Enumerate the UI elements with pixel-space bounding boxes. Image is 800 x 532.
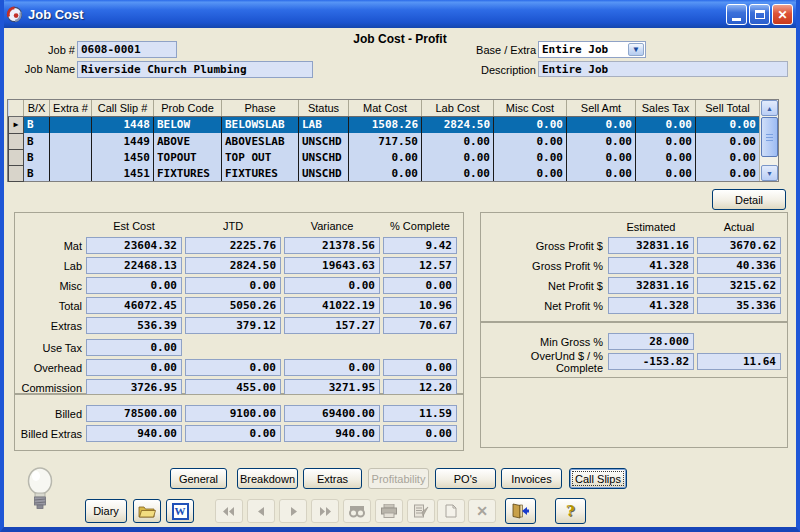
scrollbar-thumb[interactable] (761, 117, 778, 157)
cost-summary-panel: Est Cost JTD Variance % Complete Mat 236… (14, 212, 464, 394)
actual-field: 3215.62 (697, 277, 781, 294)
go-next-icon (290, 507, 297, 516)
table-row[interactable]: B 1450 TOPOUT TOP OUT UNSCHD 0.00 0.00 0… (9, 149, 760, 165)
col-header-sales-tax[interactable]: Sales Tax (636, 100, 696, 116)
cell-sell-amt: 0.00 (567, 165, 636, 181)
variance-header: Variance (284, 220, 380, 232)
maximize-button[interactable] (749, 4, 770, 25)
variance-field: 0.00 (284, 359, 380, 376)
extras-button[interactable]: Extras (303, 468, 362, 489)
cell-lab-cost: 2824.50 (422, 116, 494, 133)
col-header-sell-total[interactable]: Sell Total (696, 100, 760, 116)
job-number-field[interactable]: 0608-0001 (77, 41, 177, 58)
open-folder-button[interactable] (133, 499, 161, 523)
estimated-field: 32831.16 (608, 237, 694, 254)
row-label: Overhead (16, 362, 86, 374)
variance-field: 21378.56 (284, 237, 380, 254)
row-label: Gross Profit % (482, 260, 608, 272)
scroll-up-icon[interactable]: ▲ (761, 100, 778, 116)
minimize-button[interactable] (726, 4, 747, 25)
call-slips-button[interactable]: Call Slips (569, 468, 627, 489)
billed-extras-row: Billed Extras 940.00 0.00 940.00 0.00 (16, 425, 463, 442)
chevron-down-icon[interactable]: ▼ (628, 43, 644, 56)
est-cost-field: 23604.32 (86, 237, 182, 254)
go-last-button (311, 499, 339, 523)
help-button[interactable]: ? (555, 498, 586, 524)
variance-field: 940.00 (284, 425, 380, 442)
row-label: Billed (16, 408, 86, 420)
job-name-field[interactable]: Riverside Church Plumbing (77, 61, 313, 78)
est-cost-header: Est Cost (86, 220, 182, 232)
close-button[interactable]: ✕ (772, 4, 793, 25)
cost-row-use-tax: Use Tax 0.00 (16, 339, 463, 356)
cell-phase: ABOVESLAB (222, 133, 299, 149)
row-selector[interactable]: ▶ (9, 116, 24, 133)
word-document-button[interactable]: W (166, 499, 194, 523)
col-header-status[interactable]: Status (299, 100, 349, 116)
grid-scrollbar[interactable]: ▲ ▼ (759, 100, 778, 181)
cost-row-total: Total 46072.45 5050.26 41022.19 10.96 (16, 297, 463, 314)
est-cost-field: 0.00 (86, 339, 182, 356)
col-header-call-slip[interactable]: Call Slip # (92, 100, 154, 116)
col-header-bx[interactable]: B/X (24, 100, 50, 116)
breakdown-button[interactable]: Breakdown (237, 468, 298, 489)
exit-button[interactable] (505, 498, 536, 524)
est-cost-field: 22468.13 (86, 257, 182, 274)
jtd-field: 9100.00 (185, 405, 281, 422)
row-selector[interactable] (9, 165, 24, 181)
scroll-down-icon[interactable]: ▼ (761, 165, 778, 181)
row-label: Total (16, 300, 86, 312)
pct-complete-field: 0.00 (383, 425, 457, 442)
grid-header-row: B/X Extra # Call Slip # Prob Code Phase … (9, 100, 760, 116)
cell-status: UNSCHD (299, 165, 349, 181)
col-header-lab-cost[interactable]: Lab Cost (422, 100, 494, 116)
delete-record-icon: ✕ (476, 503, 488, 519)
min-gross-row: Min Gross % 28.000 (482, 333, 787, 350)
table-row[interactable]: B 1451 FIXTURES FIXTURES UNSCHD 0.00 0.0… (9, 165, 760, 181)
actual-field: 40.336 (697, 257, 781, 274)
pct-complete-field: 11.59 (383, 405, 457, 422)
cell-bx: B (24, 149, 50, 165)
invoices-button[interactable]: Invoices (501, 468, 562, 489)
detail-button[interactable]: Detail (712, 189, 786, 210)
cell-sales-tax: 0.00 (636, 133, 696, 149)
row-selector[interactable] (9, 133, 24, 149)
variance-field: 19643.63 (284, 257, 380, 274)
col-header-prob-code[interactable]: Prob Code (154, 100, 222, 116)
gross-profit-pct-row: Gross Profit % 41.328 40.336 (482, 257, 787, 274)
table-row[interactable]: ▶ B 1448 BELOW BELOWSLAB LAB 1508.26 282… (9, 116, 760, 133)
col-header-misc-cost[interactable]: Misc Cost (494, 100, 567, 116)
col-header-mat-cost[interactable]: Mat Cost (349, 100, 422, 116)
pct-complete-field: 70.67 (383, 317, 457, 334)
variance-field: 69400.00 (284, 405, 380, 422)
row-label: OverUnd $ / % Complete (482, 350, 608, 374)
find-button (343, 499, 371, 523)
delete-record-button: ✕ (468, 499, 496, 523)
cell-sell-total: 0.00 (696, 165, 760, 181)
over-under-row: OverUnd $ / % Complete -153.82 11.64 (482, 353, 787, 370)
diary-button[interactable]: Diary (85, 499, 127, 523)
cell-call-slip: 1449 (92, 133, 154, 149)
open-folder-icon (138, 504, 156, 518)
est-cost-field: 0.00 (86, 277, 182, 294)
col-header-extra[interactable]: Extra # (50, 100, 92, 116)
table-row[interactable]: B 1449 ABOVE ABOVESLAB UNSCHD 717.50 0.0… (9, 133, 760, 149)
col-header-sell-amt[interactable]: Sell Amt (567, 100, 636, 116)
window-title: Job Cost (28, 7, 84, 22)
title-bar[interactable]: Job Cost ✕ (0, 0, 800, 28)
cost-row-misc: Misc 0.00 0.00 0.00 0.00 (16, 277, 463, 294)
base-extra-dropdown[interactable]: Entire Job ▼ (538, 41, 646, 58)
cell-sales-tax: 0.00 (636, 165, 696, 181)
pct-complete-header: % Complete (383, 220, 457, 232)
row-selector[interactable] (9, 149, 24, 165)
general-button[interactable]: General (170, 468, 227, 489)
pos-button[interactable]: PO's (435, 468, 496, 489)
client-area: Job Cost - Profit Job # 0608-0001 Job Na… (4, 28, 796, 527)
estimated-field: -153.82 (608, 353, 694, 370)
col-header-phase[interactable]: Phase (222, 100, 299, 116)
cell-prob-code: FIXTURES (154, 165, 222, 181)
jtd-header: JTD (185, 220, 281, 232)
pct-complete-field: 12.57 (383, 257, 457, 274)
description-field[interactable]: Entire Job (538, 61, 788, 77)
cell-call-slip: 1448 (92, 116, 154, 133)
